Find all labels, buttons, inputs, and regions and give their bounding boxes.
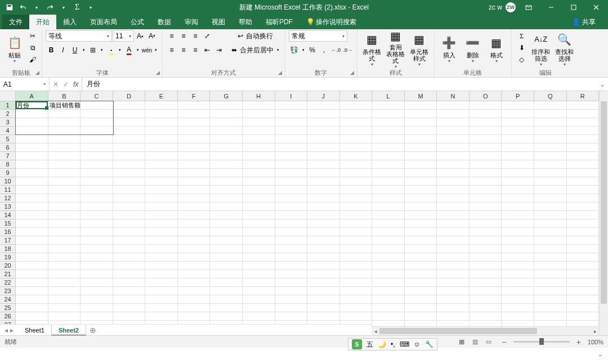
underline-dropdown-icon[interactable]: ▾ [81, 44, 87, 56]
cell-J25[interactable] [307, 304, 340, 312]
cell-O3[interactable] [470, 118, 502, 127]
cell-O17[interactable] [470, 236, 502, 245]
cell-D13[interactable] [113, 203, 146, 211]
cell-P20[interactable] [502, 262, 534, 270]
cell-L14[interactable] [372, 211, 405, 219]
cell-K6[interactable] [340, 143, 373, 152]
cell-E12[interactable] [145, 194, 178, 203]
format-painter-icon[interactable]: 🖌 [27, 54, 38, 65]
row-header-9[interactable]: 9 [0, 169, 16, 177]
phonetic-icon[interactable]: wén [141, 44, 153, 56]
cell-O6[interactable] [470, 143, 502, 152]
cell-Q3[interactable] [534, 118, 567, 127]
view-break-icon[interactable]: ▭ [482, 337, 495, 347]
cell-J12[interactable] [307, 194, 340, 203]
cell-K20[interactable] [340, 262, 373, 270]
conditional-format-button[interactable]: ▦条件格式▾ [361, 30, 383, 68]
scroll-left-icon[interactable]: ◂ [372, 327, 379, 335]
cell-H25[interactable] [243, 304, 275, 312]
cell-Q23[interactable] [534, 287, 567, 295]
col-header-M[interactable]: M [405, 91, 437, 101]
sheet-nav-next-icon[interactable]: ▸ [10, 326, 14, 334]
cell-N18[interactable] [437, 245, 470, 253]
cell-J5[interactable] [307, 135, 340, 143]
sheet-tab-2[interactable]: Sheet2 [52, 325, 86, 336]
cell-K7[interactable] [340, 152, 373, 160]
cell-C17[interactable] [81, 236, 113, 245]
cell-C26[interactable] [81, 312, 113, 321]
clipboard-launcher-icon[interactable]: ◢ [34, 69, 41, 76]
cell-M20[interactable] [405, 262, 437, 270]
cell-R12[interactable] [567, 194, 600, 203]
paste-button[interactable]: 📋 粘贴 ▾ [3, 30, 26, 68]
cell-P25[interactable] [502, 304, 534, 312]
cell-N14[interactable] [437, 211, 470, 219]
cell-P9[interactable] [502, 169, 534, 177]
cell-K12[interactable] [340, 194, 373, 203]
cell-P2[interactable] [502, 110, 534, 118]
format-cells-button[interactable]: ▦格式▾ [485, 30, 508, 68]
cell-B7[interactable] [48, 152, 81, 160]
cell-L25[interactable] [372, 304, 405, 312]
cell-B10[interactable] [48, 177, 81, 186]
cell-G12[interactable] [210, 194, 243, 203]
cell-L17[interactable] [372, 236, 405, 245]
cell-K23[interactable] [340, 287, 373, 295]
cell-D2[interactable] [113, 110, 146, 118]
cell-C3[interactable] [81, 118, 113, 127]
avatar[interactable]: ZW [506, 2, 516, 12]
undo-dropdown-icon[interactable]: ▾ [30, 1, 43, 14]
cell-E8[interactable] [145, 160, 178, 169]
cell-M11[interactable] [405, 186, 437, 194]
cell-P17[interactable] [502, 236, 534, 245]
tab-formulas[interactable]: 公式 [124, 15, 151, 29]
cell-O1[interactable] [470, 101, 502, 110]
minimize-icon[interactable] [542, 0, 561, 15]
col-header-N[interactable]: N [437, 91, 470, 101]
row-header-4[interactable]: 4 [0, 127, 16, 135]
cell-R16[interactable] [567, 228, 600, 236]
cell-K11[interactable] [340, 186, 373, 194]
cell-A12[interactable] [16, 194, 48, 203]
row-header-7[interactable]: 7 [0, 152, 16, 160]
cell-I1[interactable] [275, 101, 308, 110]
cell-N20[interactable] [437, 262, 470, 270]
cell-L11[interactable] [372, 186, 405, 194]
cell-H20[interactable] [243, 262, 275, 270]
ime-toolbar[interactable]: S 五 🌙 •, ⌨ ☺ 🔧 [348, 338, 437, 350]
cell-G25[interactable] [210, 304, 243, 312]
cell-B13[interactable] [48, 203, 81, 211]
cell-L24[interactable] [372, 295, 405, 304]
cell-J22[interactable] [307, 278, 340, 287]
cell-F21[interactable] [178, 270, 211, 278]
collapse-ribbon-icon[interactable]: ⌃ [598, 354, 606, 362]
cell-G7[interactable] [210, 152, 243, 160]
cell-L10[interactable] [372, 177, 405, 186]
row-header-11[interactable]: 11 [0, 186, 16, 194]
cell-B11[interactable] [48, 186, 81, 194]
col-header-D[interactable]: D [113, 91, 146, 101]
cell-J24[interactable] [307, 295, 340, 304]
cell-K18[interactable] [340, 245, 373, 253]
cell-R11[interactable] [567, 186, 600, 194]
cell-Q13[interactable] [534, 203, 567, 211]
cell-O5[interactable] [470, 135, 502, 143]
autosum-button[interactable]: Σ [515, 30, 529, 42]
cell-P18[interactable] [502, 245, 534, 253]
cell-J7[interactable] [307, 152, 340, 160]
cell-F2[interactable] [178, 110, 211, 118]
ribbon-display-icon[interactable] [519, 0, 538, 15]
cell-R1[interactable] [567, 101, 600, 110]
cell-H9[interactable] [243, 169, 275, 177]
cell-M23[interactable] [405, 287, 437, 295]
cell-R20[interactable] [567, 262, 600, 270]
cell-P3[interactable] [502, 118, 534, 127]
cell-H4[interactable] [243, 127, 275, 135]
cell-M4[interactable] [405, 127, 437, 135]
cell-F19[interactable] [178, 253, 211, 262]
cell-H14[interactable] [243, 211, 275, 219]
cell-P6[interactable] [502, 143, 534, 152]
cell-M5[interactable] [405, 135, 437, 143]
cell-I13[interactable] [275, 203, 308, 211]
cell-F12[interactable] [178, 194, 211, 203]
